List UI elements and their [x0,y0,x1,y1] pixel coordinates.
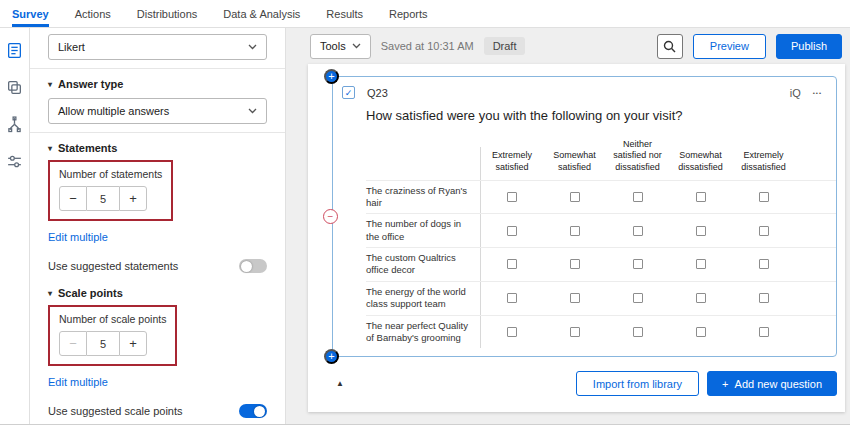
preview-button[interactable]: Preview [693,34,766,59]
tab-actions[interactable]: Actions [75,0,111,27]
matrix-checkbox[interactable] [633,259,643,269]
iq-score-button[interactable]: iQ [790,87,801,99]
matrix-checkbox[interactable] [570,226,580,236]
use-suggested-scale-points-toggle[interactable] [239,404,267,418]
use-suggested-scale-points-row: Use suggested scale points [48,404,267,418]
matrix-row-label[interactable]: The near perfect Quality of Barnaby's gr… [366,316,480,349]
tab-results[interactable]: Results [326,0,363,27]
matrix-checkbox[interactable] [570,259,580,269]
matrix-row-label[interactable]: The craziness of Ryan's hair [366,181,480,214]
statements-count-stepper: − 5 + [59,186,147,211]
question-menu-icon[interactable]: ••• [813,90,822,96]
statements-decrement-button[interactable]: − [59,186,87,211]
matrix-header-row: Extremely satisfied Somewhat satisfied N… [366,136,836,180]
survey-flow-icon[interactable] [4,114,25,135]
collapse-block-button[interactable]: ▲ [336,379,344,388]
scale-points-increment-button[interactable]: + [119,331,147,356]
matrix-checkbox[interactable] [759,192,769,202]
matrix-checkbox[interactable] [570,327,580,337]
matrix-row: The near perfect Quality of Barnaby's gr… [366,315,836,349]
survey-options-icon[interactable] [4,151,25,172]
matrix-checkbox[interactable] [570,192,580,202]
divider [30,68,285,69]
matrix-checkbox[interactable] [633,226,643,236]
tools-button[interactable]: Tools [310,34,371,59]
matrix-cell [543,282,606,315]
statements-increment-button[interactable]: + [119,186,147,211]
matrix-cell [606,316,669,349]
matrix-checkbox[interactable] [696,293,706,303]
matrix-checkbox[interactable] [507,226,517,236]
scale-points-decrement-button[interactable]: − [59,331,87,356]
matrix-checkbox[interactable] [633,327,643,337]
tab-survey[interactable]: Survey [12,0,49,27]
matrix-checkbox[interactable] [759,327,769,337]
matrix-cell [543,248,606,281]
matrix-cell [606,214,669,247]
scale-points-section-header[interactable]: ▾ Scale points [48,287,267,299]
look-and-feel-icon[interactable] [4,77,25,98]
draft-badge: Draft [484,37,526,55]
matrix-column-header: Somewhat dissatisfied [669,147,732,180]
saved-status: Saved at 10:31 AM [381,40,474,52]
matrix-column-header: Extremely dissatisfied [732,147,795,180]
question-text[interactable]: How satisfied were you with the followin… [366,108,836,123]
remove-question-button[interactable]: − [323,209,338,224]
matrix-checkbox[interactable] [759,293,769,303]
statements-edit-multiple-link[interactable]: Edit multiple [48,231,108,243]
publish-button[interactable]: Publish [776,34,842,59]
add-question-below-button[interactable]: + [324,349,339,364]
matrix-table: Extremely satisfied Somewhat satisfied N… [366,136,836,348]
statements-heading: Statements [58,142,117,154]
search-button[interactable] [657,34,683,59]
number-of-scale-points-label: Number of scale points [59,313,166,325]
answer-type-section-header[interactable]: ▾ Answer type [48,78,267,90]
matrix-checkbox[interactable] [759,259,769,269]
matrix-checkbox[interactable] [507,192,517,202]
matrix-checkbox[interactable] [507,327,517,337]
chevron-down-icon [248,44,257,50]
matrix-checkbox[interactable] [696,259,706,269]
question-select-checkbox[interactable]: ✓ [342,86,355,99]
matrix-checkbox[interactable] [696,192,706,202]
matrix-checkbox[interactable] [570,293,580,303]
matrix-checkbox[interactable] [633,192,643,202]
matrix-checkbox[interactable] [507,259,517,269]
matrix-checkbox[interactable] [696,226,706,236]
matrix-cell [606,282,669,315]
import-from-library-button[interactable]: Import from library [576,371,699,396]
matrix-row-label[interactable]: The energy of the world class support te… [366,282,480,315]
toggle-knob [254,406,265,417]
matrix-cell [732,181,795,214]
matrix-row-label[interactable]: The custom Qualtrics office decor [366,248,480,281]
matrix-checkbox[interactable] [507,293,517,303]
matrix-cell [669,248,732,281]
add-new-question-button[interactable]: + Add new question [707,371,837,396]
add-new-question-label: Add new question [735,378,822,390]
question-id: Q23 [367,87,388,99]
matrix-checkbox[interactable] [633,293,643,303]
matrix-checkbox[interactable] [696,327,706,337]
matrix-cell [732,214,795,247]
question-type-select[interactable]: Likert [48,34,267,60]
matrix-row: The energy of the world class support te… [366,281,836,315]
statements-count-value: 5 [87,186,119,211]
matrix-cell [669,316,732,349]
matrix-cell [480,214,543,247]
matrix-checkbox[interactable] [759,226,769,236]
matrix-row: The custom Qualtrics office decor [366,247,836,281]
question-card[interactable]: + + − ✓ Q23 iQ ••• How satisfied were yo… [332,76,837,357]
matrix-cell [732,316,795,349]
statements-section-header[interactable]: ▾ Statements [48,142,267,154]
answer-type-select[interactable]: Allow multiple answers [48,98,267,124]
use-suggested-statements-toggle[interactable] [239,259,267,273]
tab-reports[interactable]: Reports [389,0,428,27]
answer-type-heading: Answer type [58,78,123,90]
add-question-above-button[interactable]: + [324,69,339,84]
survey-builder-icon[interactable] [4,40,25,61]
tab-data-analysis[interactable]: Data & Analysis [223,0,300,27]
tab-distributions[interactable]: Distributions [137,0,198,27]
matrix-row-label[interactable]: The number of dogs in the office [366,214,480,247]
scale-points-edit-multiple-link[interactable]: Edit multiple [48,376,108,388]
question-type-value: Likert [58,41,85,53]
